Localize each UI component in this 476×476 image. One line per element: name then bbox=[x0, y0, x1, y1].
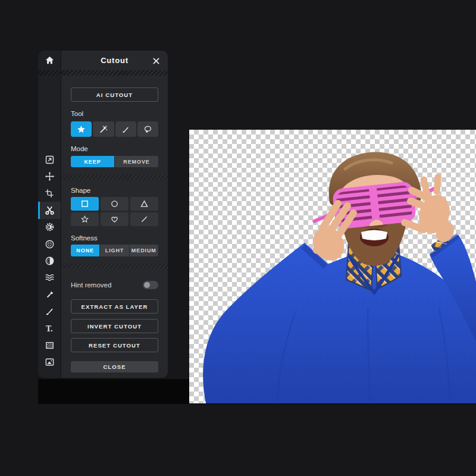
hint-removed-label: Hint removed bbox=[71, 281, 111, 289]
softness-medium-button[interactable]: MEDIUM bbox=[130, 245, 158, 256]
shape-circle-button[interactable] bbox=[101, 197, 129, 211]
tool-rail: T. bbox=[38, 51, 61, 378]
extract-as-layer-button[interactable]: EXTRACT AS LAYER bbox=[71, 299, 158, 314]
fill-pattern-tool[interactable] bbox=[38, 337, 61, 353]
invert-cutout-button[interactable]: INVERT CUTOUT bbox=[71, 319, 158, 333]
softness-segment: NONE LIGHT MEDIUM bbox=[71, 245, 158, 256]
mode-keep-button[interactable]: KEEP bbox=[71, 156, 114, 167]
move-tool[interactable] bbox=[38, 168, 61, 184]
home-icon[interactable] bbox=[45, 55, 55, 65]
ai-cutout-button[interactable]: AI CUTOUT bbox=[71, 87, 158, 102]
spray-tool[interactable] bbox=[38, 286, 61, 303]
text-tool[interactable]: T. bbox=[38, 320, 61, 337]
section-divider bbox=[61, 264, 168, 268]
photo-man-cutout bbox=[189, 130, 476, 403]
tool-lasso-button[interactable] bbox=[137, 121, 158, 137]
cutout-scissors-tool[interactable] bbox=[38, 202, 61, 218]
svg-text:T.: T. bbox=[45, 324, 52, 333]
rail-drag-handle[interactable] bbox=[38, 70, 61, 76]
tool-brush-button[interactable] bbox=[115, 121, 136, 137]
softness-none-button[interactable]: NONE bbox=[71, 245, 99, 256]
close-icon[interactable] bbox=[152, 57, 160, 65]
tool-star-button[interactable] bbox=[71, 121, 92, 137]
shape-star-button[interactable] bbox=[71, 212, 99, 226]
cutout-widget: T. Cutout AI CUTOUT Tool bbox=[38, 51, 168, 378]
shape-heart-button[interactable] bbox=[101, 212, 129, 226]
draw-brush-tool[interactable] bbox=[38, 303, 61, 320]
shape-square-button[interactable] bbox=[71, 197, 99, 211]
add-image-tool[interactable] bbox=[38, 354, 61, 371]
softness-light-button[interactable]: LIGHT bbox=[100, 245, 129, 256]
liquify-waves-tool[interactable] bbox=[38, 270, 61, 286]
mode-remove-button[interactable]: REMOVE bbox=[115, 156, 158, 167]
panel-title: Cutout bbox=[101, 56, 129, 65]
adjust-gear-tool[interactable] bbox=[38, 219, 61, 236]
tool-options bbox=[71, 121, 158, 137]
editor-canvas[interactable] bbox=[189, 130, 476, 403]
retouch-button-tool[interactable] bbox=[38, 236, 61, 252]
section-divider bbox=[61, 175, 168, 180]
cutout-panel: Cutout AI CUTOUT Tool bbox=[61, 51, 168, 378]
mode-section-label: Mode bbox=[71, 145, 158, 154]
softness-section-label: Softness bbox=[71, 234, 158, 243]
filter-halftone-tool[interactable] bbox=[38, 252, 61, 269]
arrange-tool[interactable] bbox=[38, 151, 61, 168]
tool-section-label: Tool bbox=[71, 110, 158, 118]
reset-cutout-button[interactable]: RESET CUTOUT bbox=[71, 338, 158, 352]
panel-drag-handle[interactable] bbox=[61, 70, 168, 76]
mode-segment: KEEP REMOVE bbox=[71, 156, 158, 167]
close-button[interactable]: CLOSE bbox=[71, 361, 158, 372]
hint-removed-toggle[interactable] bbox=[143, 281, 158, 289]
tool-magic-wand-button[interactable] bbox=[93, 121, 114, 137]
shape-line-button[interactable] bbox=[130, 212, 158, 226]
shape-section-label: Shape bbox=[71, 187, 158, 195]
crop-tool[interactable] bbox=[38, 185, 61, 202]
toggle-knob bbox=[144, 282, 150, 288]
shape-options bbox=[71, 197, 158, 226]
shape-triangle-button[interactable] bbox=[130, 197, 158, 211]
